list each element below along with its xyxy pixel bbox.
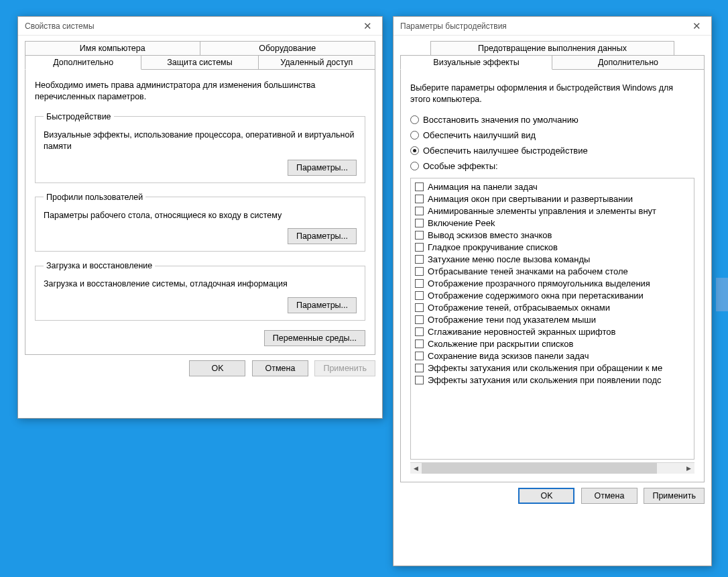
startup-settings-button[interactable]: Параметры...	[288, 297, 357, 313]
tab-remote-access[interactable]: Удаленный доступ	[259, 55, 375, 70]
effect-label: Скольжение при раскрытии списков	[428, 339, 573, 349]
effect-item[interactable]: Затухание меню после вызова команды	[414, 254, 694, 266]
performance-group: Быстродействие Визуальные эффекты, испол…	[35, 112, 365, 183]
intro-text: Необходимо иметь права администратора дл…	[35, 80, 365, 103]
effect-item[interactable]: Вывод эскизов вместо значков	[414, 229, 694, 242]
effect-item[interactable]: Включение Peek	[414, 217, 694, 229]
effect-item[interactable]: Сохранение вида эскизов панели задач	[414, 350, 694, 362]
effects-checklist[interactable]: Анимация на панели задачАнимация окон пр…	[410, 178, 694, 460]
window-title: Параметры быстродействия	[400, 21, 683, 31]
effect-item[interactable]: Анимация окон при свертывании и разверты…	[414, 193, 694, 205]
appearance-radio-group: Восстановить значения по умолчаниюОбеспе…	[410, 115, 694, 171]
effect-label: Анимация на панели задач	[428, 182, 538, 192]
radio-label: Восстановить значения по умолчанию	[423, 115, 579, 125]
effect-label: Включение Peek	[428, 218, 495, 228]
scrollbar-thumb[interactable]	[422, 463, 657, 474]
tab-advanced[interactable]: Дополнительно	[552, 55, 705, 70]
radio-icon[interactable]	[410, 115, 419, 124]
effect-item[interactable]: Эффекты затухания или скольжения при поя…	[414, 374, 694, 386]
effect-item[interactable]: Отображение теней, отбрасываемых окнами	[414, 302, 694, 314]
tab-row-1: Имя компьютера Оборудование	[25, 41, 375, 56]
effect-item[interactable]: Сглаживание неровностей экранных шрифтов	[414, 326, 694, 338]
ok-button[interactable]: OK	[189, 360, 245, 376]
scroll-right-icon[interactable]: ▶	[683, 463, 694, 474]
radio-icon[interactable]	[410, 146, 419, 155]
checkbox-icon[interactable]	[415, 291, 424, 300]
checkbox-icon[interactable]	[415, 195, 424, 203]
effect-label: Эффекты затухания или скольжения при обр…	[428, 363, 662, 373]
dialog-actions: OK Отмена Применить	[400, 488, 705, 504]
effect-item[interactable]: Анимация на панели задач	[414, 181, 694, 193]
effect-item[interactable]: Гладкое прокручивание списков	[414, 242, 694, 254]
checkbox-icon[interactable]	[415, 303, 424, 312]
close-icon[interactable]: ✕	[683, 17, 710, 35]
effect-item[interactable]: Отображение прозрачного прямоугольника в…	[414, 278, 694, 290]
radio-label: Обеспечить наилучшее быстродействие	[423, 146, 588, 156]
tab-advanced[interactable]: Дополнительно	[25, 55, 141, 70]
tab-row-1: Предотвращение выполнения данных	[400, 41, 705, 56]
profiles-settings-button[interactable]: Параметры...	[288, 228, 357, 244]
checkbox-icon[interactable]	[415, 255, 424, 264]
tab-dep[interactable]: Предотвращение выполнения данных	[430, 41, 674, 56]
checkbox-icon[interactable]	[415, 243, 424, 252]
ok-button[interactable]: OK	[518, 488, 574, 504]
cancel-button[interactable]: Отмена	[581, 488, 638, 504]
tab-content: Выберите параметры оформления и быстроде…	[400, 69, 705, 482]
radio-option-2[interactable]: Обеспечить наилучшее быстродействие	[410, 146, 694, 156]
radio-icon[interactable]	[410, 131, 419, 140]
performance-settings-button[interactable]: Параметры...	[288, 160, 357, 176]
tab-row-2: Визуальные эффекты Дополнительно	[400, 55, 705, 70]
radio-option-0[interactable]: Восстановить значения по умолчанию	[410, 115, 694, 125]
checkbox-icon[interactable]	[415, 376, 424, 384]
effect-item[interactable]: Отображение тени под указателем мыши	[414, 314, 694, 326]
effect-label: Сглаживание неровностей экранных шрифтов	[428, 327, 615, 337]
window-title: Свойства системы	[25, 21, 354, 31]
tab-hardware[interactable]: Оборудование	[200, 41, 376, 56]
effect-item[interactable]: Эффекты затухания или скольжения при обр…	[414, 362, 694, 374]
checkbox-icon[interactable]	[415, 315, 424, 324]
tab-computer-name[interactable]: Имя компьютера	[25, 41, 200, 56]
startup-legend: Загрузка и восстановление	[44, 261, 155, 270]
radio-option-1[interactable]: Обеспечить наилучший вид	[410, 130, 694, 140]
intro-text: Выберите параметры оформления и быстроде…	[410, 83, 694, 105]
environment-variables-button[interactable]: Переменные среды...	[264, 330, 365, 346]
checkbox-icon[interactable]	[415, 339, 424, 348]
radio-label: Обеспечить наилучший вид	[423, 130, 536, 140]
tab-row-2: Дополнительно Защита системы Удаленный д…	[25, 55, 375, 70]
titlebar: Свойства системы ✕	[18, 17, 382, 36]
apply-button[interactable]: Применить	[644, 488, 705, 504]
checkbox-icon[interactable]	[415, 219, 424, 227]
radio-label: Особые эффекты:	[423, 161, 498, 171]
tab-system-protection[interactable]: Защита системы	[141, 55, 258, 70]
effect-item[interactable]: Скольжение при раскрытии списков	[414, 338, 694, 350]
effect-label: Отображение тени под указателем мыши	[428, 315, 596, 325]
effect-label: Вывод эскизов вместо значков	[428, 230, 552, 240]
checkbox-icon[interactable]	[415, 279, 424, 288]
checkbox-icon[interactable]	[415, 267, 424, 276]
desktop-accent	[716, 278, 728, 311]
cancel-button[interactable]: Отмена	[252, 360, 308, 376]
performance-legend: Быстродействие	[44, 112, 114, 121]
checkbox-icon[interactable]	[415, 352, 424, 360]
horizontal-scrollbar[interactable]: ◀ ▶	[410, 462, 694, 474]
effect-label: Анимированные элементы управления и элем…	[428, 206, 656, 216]
checkbox-icon[interactable]	[415, 327, 424, 336]
profiles-legend: Профили пользователей	[44, 193, 145, 202]
effect-label: Сохранение вида эскизов панели задач	[428, 351, 589, 361]
effect-item[interactable]: Отображение содержимого окна при перетас…	[414, 290, 694, 302]
tab-content: Необходимо иметь права администратора дл…	[25, 69, 375, 355]
checkbox-icon[interactable]	[415, 207, 424, 215]
effect-item[interactable]: Отбрасывание теней значками на рабочем с…	[414, 266, 694, 278]
close-icon[interactable]: ✕	[354, 17, 381, 35]
effect-label: Эффекты затухания или скольжения при поя…	[428, 375, 662, 385]
radio-option-3[interactable]: Особые эффекты:	[410, 161, 694, 171]
radio-icon[interactable]	[410, 162, 419, 170]
tab-visual-effects[interactable]: Визуальные эффекты	[400, 55, 552, 70]
checkbox-icon[interactable]	[415, 231, 424, 240]
dialog-actions: OK Отмена Применить	[25, 360, 375, 376]
effect-item[interactable]: Анимированные элементы управления и элем…	[414, 205, 694, 217]
scroll-left-icon[interactable]: ◀	[410, 463, 422, 474]
profiles-group: Профили пользователей Параметры рабочего…	[35, 193, 365, 252]
checkbox-icon[interactable]	[415, 364, 424, 372]
checkbox-icon[interactable]	[415, 182, 424, 191]
